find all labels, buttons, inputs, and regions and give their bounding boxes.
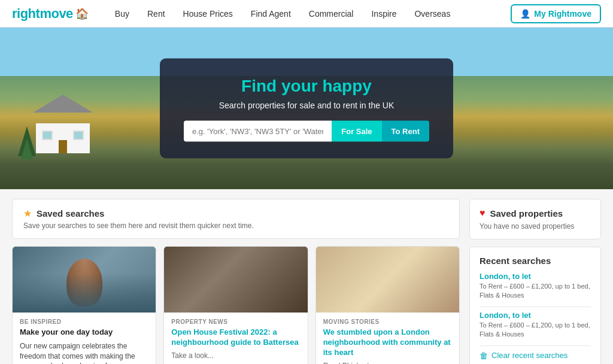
hero-title: Find your happy [184,77,429,96]
for-sale-button[interactable]: For Sale [332,121,381,142]
article-cards: BE INSPIRED Make your one day today Our … [12,246,460,364]
card-body-1: BE INSPIRED Make your one day today Our … [13,313,156,364]
recent-search-item-1: London, to let To Rent – £600 – £1,200, … [480,272,591,301]
saved-searches-subtitle: Save your searches to see them here and … [23,222,448,230]
card-tag-3: MOVING STORIES [323,318,452,325]
divider-2 [480,345,591,346]
saved-searches-header: ★ Saved searches [23,208,448,219]
hero-tree [18,126,36,156]
saved-props-title: Saved properties [490,208,563,219]
card-title-3[interactable]: We stumbled upon a London neighbourhood … [323,327,452,358]
recent-search-item-2: London, to let To Rent – £600 – £1,200, … [480,311,591,339]
saved-props-subtitle: You have no saved properties [480,222,591,230]
card-title-1: Make your one day today [20,327,148,338]
user-icon: 👤 [520,9,530,19]
divider [480,307,591,307]
nav-commercial[interactable]: Commercial [301,5,362,22]
clear-recent-searches-button[interactable]: 🗑 Clear recent searches [480,351,591,360]
my-rightmove-label: My Rightmove [534,9,591,19]
header: rightmove 🏠 Buy Rent House Prices Find A… [0,0,613,28]
card-title-2[interactable]: Open House Festival 2022: a neighbourhoo… [171,327,300,348]
nav-find-agent[interactable]: Find Agent [242,5,299,22]
card-image-3 [316,247,459,313]
recent-search-desc-2: To Rent – £600 – £1,200, up to 1 bed, Fl… [480,321,591,339]
trash-icon: 🗑 [480,351,488,360]
card-desc-1: Our new campaign celebrates the freedom … [20,341,148,364]
hero-house [36,111,90,153]
card-image-1 [13,247,156,313]
main-nav: Buy Rent House Prices Find Agent Commerc… [107,5,511,22]
recent-search-desc-1: To Rent – £600 – £1,200, up to 1 bed, Fl… [480,282,591,301]
search-bar: For Sale To Rent [184,121,429,142]
saved-searches-box: ★ Saved searches Save your searches to s… [12,199,460,239]
nav-rent[interactable]: Rent [139,5,174,22]
nav-inspire[interactable]: Inspire [363,5,405,22]
main-content: ★ Saved searches Save your searches to s… [0,189,613,364]
search-overlay: Find your happy Search properties for sa… [160,59,453,159]
card-link-2[interactable]: Take a look... [171,351,300,360]
article-card-3: MOVING STORIES We stumbled upon a London… [315,246,460,364]
nav-buy[interactable]: Buy [107,5,138,22]
card-tag-2: PROPERTY NEWS [171,318,300,325]
my-rightmove-button[interactable]: 👤 My Rightmove [511,4,601,23]
search-input[interactable] [184,121,332,142]
recent-searches-box: Recent searches London, to let To Rent –… [469,247,601,364]
left-panel: ★ Saved searches Save your searches to s… [12,199,460,354]
to-rent-button[interactable]: To Rent [382,121,429,142]
recent-searches-title: Recent searches [480,256,591,266]
right-panel: ♥ Saved properties You have no saved pro… [469,199,601,354]
card-body-2: PROPERTY NEWS Open House Festival 2022: … [164,313,307,364]
article-card-1: BE INSPIRED Make your one day today Our … [12,246,156,364]
clear-searches-label: Clear recent searches [491,351,568,360]
card-body-3: MOVING STORIES We stumbled upon a London… [316,313,459,364]
saved-props-header: ♥ Saved properties [480,208,591,219]
star-icon: ★ [23,208,32,219]
card-tag-1: BE INSPIRED [20,318,148,325]
hero-section: Find your happy Search properties for sa… [0,28,613,189]
heart-icon: ♥ [480,208,485,219]
card-image-2 [164,247,307,313]
saved-properties-box: ♥ Saved properties You have no saved pro… [469,199,601,239]
person-silhouette [66,259,102,307]
nav-overseas[interactable]: Overseas [406,5,459,22]
article-card-2: PROPERTY NEWS Open House Festival 2022: … [163,246,308,364]
logo-text: rightmove [12,6,73,22]
logo[interactable]: rightmove 🏠 [12,6,89,22]
nav-house-prices[interactable]: House Prices [175,5,241,22]
logo-house-icon: 🏠 [75,7,89,20]
card-link-3[interactable]: Read Phin's story... [323,362,452,364]
recent-search-link-1[interactable]: London, to let [480,272,591,281]
recent-search-link-2[interactable]: London, to let [480,311,591,320]
hero-subtitle: Search properties for sale and to rent i… [184,101,429,110]
saved-searches-title: Saved searches [37,208,104,219]
